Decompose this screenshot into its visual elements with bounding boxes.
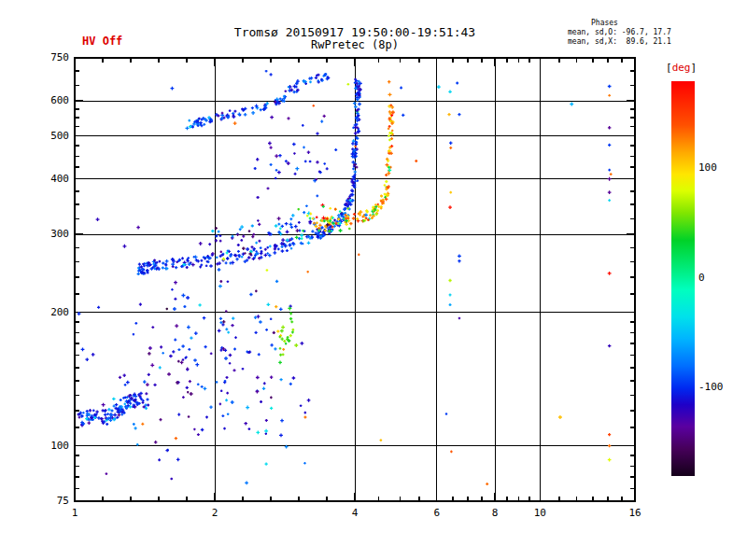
data-point: [570, 103, 573, 106]
data-point: [189, 380, 191, 383]
data-point: [218, 231, 220, 233]
data-point: [181, 257, 184, 259]
colorbar-gradient: [671, 81, 695, 476]
data-point: [280, 378, 283, 381]
data-point: [237, 244, 240, 246]
data-point: [124, 403, 127, 406]
data-point: [88, 421, 92, 425]
data-point: [293, 91, 296, 93]
data-point: [234, 336, 237, 339]
data-point: [203, 316, 206, 320]
x-tick-label: 8: [478, 508, 512, 519]
data-point: [415, 160, 417, 162]
data-point: [316, 161, 319, 164]
data-point: [219, 403, 222, 406]
data-point: [106, 413, 109, 415]
data-point: [290, 320, 293, 323]
data-point: [123, 245, 127, 248]
data-point: [316, 132, 318, 134]
data-point: [158, 458, 161, 461]
data-point: [448, 91, 452, 94]
data-point: [258, 223, 261, 226]
data-point: [305, 204, 308, 207]
data-point: [309, 80, 312, 83]
data-point: [270, 116, 274, 119]
data-point: [240, 239, 243, 242]
data-point: [608, 144, 611, 147]
data-point: [255, 290, 258, 293]
data-point: [297, 208, 300, 211]
data-point: [267, 302, 271, 306]
data-point: [120, 413, 123, 416]
data-point: [175, 266, 177, 269]
data-point: [81, 347, 85, 351]
data-point: [233, 110, 236, 113]
data-point: [216, 381, 218, 384]
data-point: [449, 294, 452, 297]
data-point: [289, 334, 292, 337]
data-point: [608, 94, 611, 97]
data-point: [143, 380, 147, 384]
data-point: [248, 427, 251, 430]
data-point: [274, 247, 276, 250]
data-point: [122, 397, 125, 399]
data-point: [270, 163, 273, 166]
data-point: [104, 413, 107, 417]
data-point: [289, 317, 292, 320]
data-point: [266, 246, 269, 249]
data-point: [275, 169, 278, 172]
data-point: [136, 226, 140, 230]
data-point: [323, 162, 326, 165]
data-point: [171, 87, 175, 91]
data-point: [354, 170, 357, 173]
data-point: [266, 269, 269, 272]
data-point: [280, 419, 284, 423]
data-point: [449, 147, 452, 149]
data-point: [244, 422, 247, 426]
data-point: [219, 280, 222, 283]
colorbar-tick-label: -100: [698, 382, 724, 393]
data-point: [261, 250, 263, 253]
data-point: [270, 73, 273, 76]
data-point: [229, 362, 232, 365]
data-point: [353, 102, 357, 105]
data-point: [281, 238, 285, 242]
data-point: [274, 347, 276, 350]
data-point: [227, 280, 230, 283]
data-point: [388, 92, 392, 96]
data-point: [449, 191, 452, 194]
data-point: [133, 333, 134, 336]
data-point: [186, 126, 190, 130]
data-point: [313, 105, 316, 107]
data-point: [171, 288, 174, 291]
data-point: [302, 124, 304, 127]
data-point: [257, 196, 260, 199]
data-point: [137, 273, 140, 275]
data-point: [190, 392, 193, 396]
data-point: [204, 386, 207, 390]
data-point: [246, 247, 249, 251]
data-point: [307, 150, 311, 154]
data-point: [309, 217, 312, 220]
data-point: [173, 307, 176, 311]
data-point: [150, 363, 154, 367]
y-tick-label: 400: [30, 174, 69, 185]
data-point: [260, 108, 262, 111]
data-point: [334, 208, 337, 211]
data-point: [200, 259, 203, 262]
data-point: [385, 174, 388, 176]
data-point: [219, 321, 222, 324]
data-point: [199, 242, 203, 245]
data-point: [281, 249, 285, 253]
data-point: [201, 385, 204, 388]
data-point: [437, 85, 441, 89]
data-point: [329, 207, 331, 210]
x-tick-label: 4: [338, 508, 372, 519]
data-point: [249, 293, 252, 297]
data-point: [301, 237, 303, 240]
data-point: [177, 413, 180, 416]
data-point: [231, 324, 233, 327]
data-point: [236, 233, 239, 236]
data-point: [209, 406, 212, 409]
data-point: [450, 451, 453, 454]
